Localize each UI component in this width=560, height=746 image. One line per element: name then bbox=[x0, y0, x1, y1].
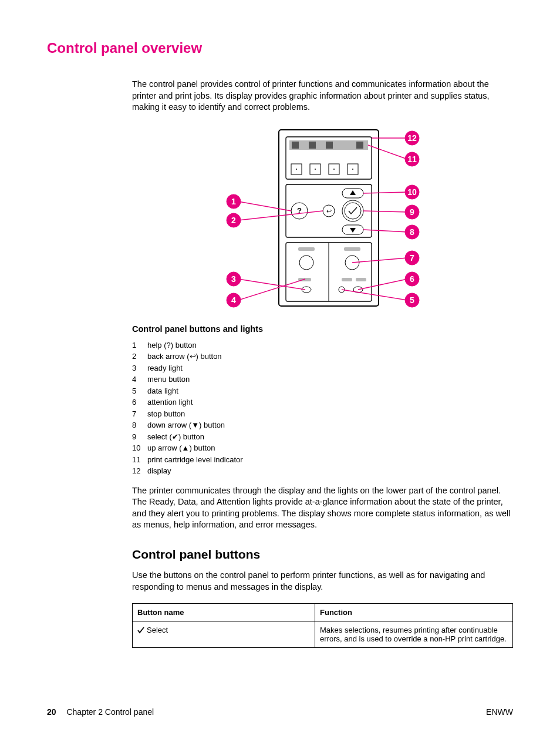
legend-list: 1help (?) button 2back arrow (↩) button … bbox=[132, 340, 513, 477]
svg-text:3: 3 bbox=[231, 274, 236, 284]
svg-rect-5 bbox=[326, 142, 333, 149]
intro-paragraph: The control panel provides control of pr… bbox=[132, 79, 513, 113]
svg-text:7: 7 bbox=[410, 253, 414, 263]
svg-point-12 bbox=[315, 169, 316, 170]
svg-rect-32 bbox=[344, 247, 360, 251]
svg-text:2: 2 bbox=[231, 216, 236, 225]
legend-title: Control panel buttons and lights bbox=[132, 324, 513, 334]
svg-text:8: 8 bbox=[410, 227, 414, 237]
svg-point-11 bbox=[296, 169, 297, 170]
page-title: Control panel overview bbox=[47, 40, 513, 56]
footer-right: ENWW bbox=[486, 707, 513, 717]
svg-point-14 bbox=[352, 169, 353, 170]
body-paragraph-2: The printer communicates through the dis… bbox=[132, 485, 513, 531]
svg-rect-35 bbox=[356, 278, 366, 281]
svg-text:4: 4 bbox=[231, 295, 236, 305]
content-block: The control panel provides control of pr… bbox=[132, 79, 513, 648]
button-func-cell: Makes selections, resumes printing after… bbox=[315, 621, 513, 648]
svg-rect-34 bbox=[342, 278, 352, 281]
svg-text:11: 11 bbox=[407, 154, 417, 164]
svg-text:9: 9 bbox=[410, 207, 414, 217]
svg-text:12: 12 bbox=[407, 133, 417, 143]
svg-rect-4 bbox=[309, 142, 316, 149]
section-heading: Control panel buttons bbox=[132, 547, 513, 562]
svg-rect-3 bbox=[292, 142, 299, 149]
svg-text:5: 5 bbox=[410, 295, 414, 305]
svg-text:1: 1 bbox=[231, 197, 236, 206]
buttons-table: Button name Function Select Makes select… bbox=[132, 603, 513, 648]
control-panel-diagram: ? ↩ bbox=[132, 124, 513, 314]
svg-text:↩: ↩ bbox=[326, 207, 331, 214]
svg-text:6: 6 bbox=[410, 274, 414, 284]
svg-rect-6 bbox=[356, 142, 363, 149]
table-header-function: Function bbox=[315, 604, 513, 621]
diagram-svg: ? ↩ bbox=[217, 124, 429, 312]
svg-point-13 bbox=[333, 169, 335, 170]
page-footer: 20 Chapter 2 Control panel ENWW bbox=[47, 707, 513, 717]
svg-rect-28 bbox=[298, 247, 315, 251]
chapter-label: Chapter 2 Control panel bbox=[66, 707, 154, 717]
check-icon bbox=[137, 627, 144, 634]
page-number: 20 bbox=[47, 707, 56, 717]
table-header-name: Button name bbox=[133, 604, 315, 621]
button-name-cell: Select bbox=[147, 626, 168, 634]
subsection-paragraph: Use the buttons on the control panel to … bbox=[132, 570, 513, 593]
svg-text:10: 10 bbox=[407, 187, 417, 197]
document-page: Control panel overview The control panel… bbox=[0, 0, 560, 746]
table-row: Select Makes selections, resumes printin… bbox=[133, 621, 513, 648]
